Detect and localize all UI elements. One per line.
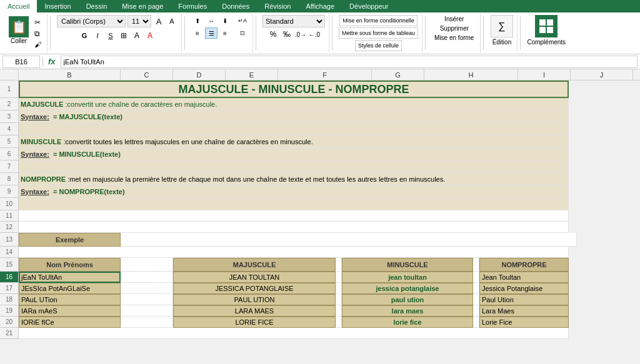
coller-button[interactable]: 📋 Coller	[6, 15, 31, 51]
cell-d15[interactable]: MAJUSCULE	[173, 258, 336, 272]
cell-d18[interactable]: PAUL UTION	[173, 294, 336, 305]
tab-donnees[interactable]: Données	[214, 0, 257, 12]
cell-b1[interactable]: MAJUSCULE - MINUSCULE - NOMPROPRE	[19, 81, 569, 98]
tab-insertion[interactable]: Insertion	[37, 0, 78, 12]
merge-button[interactable]: ⊡	[236, 27, 249, 39]
delete-button[interactable]: Supprimer	[438, 24, 471, 32]
cell-b21[interactable]	[19, 328, 569, 339]
tab-formules[interactable]: Formules	[171, 0, 214, 12]
comma-button[interactable]: ‰	[281, 29, 293, 40]
col-header-f[interactable]: F	[278, 69, 372, 81]
cell-j19[interactable]: Lara Maes	[479, 305, 569, 317]
cell-b18[interactable]: PAuL UTion	[19, 294, 121, 305]
decrease-font-button[interactable]: A	[166, 16, 178, 27]
cell-f18[interactable]	[336, 294, 342, 305]
cell-f15[interactable]	[336, 258, 342, 272]
cell-j20[interactable]: Lorie Fice	[479, 317, 569, 328]
tab-revision[interactable]: Révision	[257, 0, 298, 12]
align-right-button[interactable]: ≡	[219, 27, 231, 39]
sheet-area[interactable]: B C D E F G H I J K 1 MAJUSCULE - MINUSC…	[0, 69, 640, 364]
copier-button[interactable]: ⧉	[32, 29, 43, 39]
cell-f20[interactable]	[336, 317, 342, 328]
col-header-k[interactable]: K	[633, 69, 640, 81]
cell-j17[interactable]: Jessica Potanglaise	[479, 283, 569, 294]
cell-h16[interactable]	[473, 272, 479, 283]
cell-d20[interactable]: LORIE FICE	[173, 317, 336, 328]
cell-b6[interactable]: Syntaxe: = MINUSCULE(texte)	[19, 148, 569, 160]
cell-d16[interactable]: JEAN TOULTAN	[173, 272, 336, 283]
col-header-b[interactable]: B	[19, 69, 121, 81]
cell-d17[interactable]: JESSICA POTANGLAISE	[173, 283, 336, 294]
cell-c13[interactable]	[121, 233, 577, 247]
align-top-button[interactable]: ⬆	[191, 15, 204, 26]
cell-b2[interactable]: MAJUSCULE :convertit une chaîne de carac…	[19, 98, 569, 111]
align-bottom-button[interactable]: ⬇	[219, 15, 231, 26]
edition-icon[interactable]: ∑	[491, 15, 513, 37]
fill-color-button[interactable]: A	[131, 30, 142, 41]
tab-affichage[interactable]: Affichage	[298, 0, 342, 12]
border-button[interactable]: ⊞	[118, 30, 129, 41]
formula-input[interactable]: jEaN ToUltAn	[61, 56, 638, 68]
cell-b8[interactable]: NOMPROPRE :met en majuscule la première …	[19, 173, 569, 185]
cell-g17[interactable]: jessica potanglaise	[342, 283, 473, 294]
font-size-select[interactable]: 11	[128, 15, 151, 27]
cell-j15[interactable]: NOMPROPRE	[479, 258, 569, 272]
cell-c17[interactable]	[121, 283, 173, 294]
format-button[interactable]: Mise en forme	[432, 34, 476, 42]
cell-b13[interactable]: Exemple	[19, 233, 121, 247]
cell-h19[interactable]	[473, 305, 479, 317]
cell-f19[interactable]	[336, 305, 342, 317]
cell-b4[interactable]	[19, 123, 569, 135]
cell-g19[interactable]: lara maes	[342, 305, 473, 317]
col-header-i[interactable]: I	[518, 69, 571, 81]
cell-g15[interactable]: MINUSCULE	[342, 258, 473, 272]
cell-b10[interactable]	[19, 198, 569, 210]
table-format-button[interactable]: Mettre sous forme de tableau	[339, 27, 418, 39]
cell-styles-button[interactable]: Styles de cellule	[355, 40, 402, 51]
increase-decimal-button[interactable]: .0→	[294, 29, 307, 40]
italic-button[interactable]: I	[92, 30, 103, 41]
cell-j18[interactable]: Paul Ution	[479, 294, 569, 305]
cell-c20[interactable]	[121, 317, 173, 328]
cell-g16[interactable]: jean toultan	[342, 272, 473, 283]
increase-font-button[interactable]: A	[153, 16, 164, 27]
underline-button[interactable]: S	[105, 30, 116, 41]
cell-h18[interactable]	[473, 294, 479, 305]
formula-function-icon[interactable]: fx	[46, 57, 58, 66]
complements-icon[interactable]	[535, 15, 558, 37]
conditional-format-button[interactable]: Mise en forme conditionnelle	[339, 15, 418, 26]
cell-b15[interactable]: Nom Prénoms	[19, 258, 121, 272]
tab-accueil[interactable]: Accueil	[0, 0, 37, 12]
cell-c16[interactable]	[121, 272, 173, 283]
decrease-decimal-button[interactable]: ←.0	[308, 29, 321, 40]
col-header-c[interactable]: C	[121, 69, 173, 81]
tab-dessin[interactable]: Dessin	[79, 0, 115, 12]
cell-c15[interactable]	[121, 258, 173, 272]
font-name-select[interactable]: Calibri (Corps)	[57, 15, 126, 27]
bold-button[interactable]: G	[79, 30, 90, 41]
cell-f17[interactable]	[336, 283, 342, 294]
wrap-text-button[interactable]: ↵A	[236, 15, 249, 26]
insert-button[interactable]: Insérer	[442, 15, 466, 23]
cell-b9[interactable]: Syntaxe: = NOMPROPRE(texte)	[19, 185, 569, 198]
tab-mise-en-page[interactable]: Mise en page	[114, 0, 171, 12]
font-color-button[interactable]: A	[144, 30, 156, 41]
number-format-select[interactable]: Standard	[262, 15, 325, 27]
cell-b17[interactable]: JEsSIca PotAnGLaiSe	[19, 283, 121, 294]
cell-b12[interactable]	[19, 222, 569, 233]
percent-button[interactable]: %	[267, 29, 279, 40]
cell-c19[interactable]	[121, 305, 173, 317]
cell-reference-input[interactable]: B16	[2, 56, 40, 68]
align-middle-button[interactable]: ↔	[205, 15, 218, 26]
col-header-d[interactable]: D	[173, 69, 226, 81]
align-center-button[interactable]: ☰	[205, 27, 218, 39]
align-left-button[interactable]: ≡	[191, 27, 204, 39]
cell-b3[interactable]: Syntaxe: = MAJUSCULE(texte)	[19, 111, 569, 123]
cell-b19[interactable]: IARa mAeS	[19, 305, 121, 317]
cell-h15[interactable]	[473, 258, 479, 272]
cell-b16[interactable]: jEaN ToUltAn	[19, 272, 121, 283]
cell-h17[interactable]	[473, 283, 479, 294]
cell-g20[interactable]: lorie fice	[342, 317, 473, 328]
tab-developpeur[interactable]: Développeur	[342, 0, 396, 12]
cell-g18[interactable]: paul ution	[342, 294, 473, 305]
